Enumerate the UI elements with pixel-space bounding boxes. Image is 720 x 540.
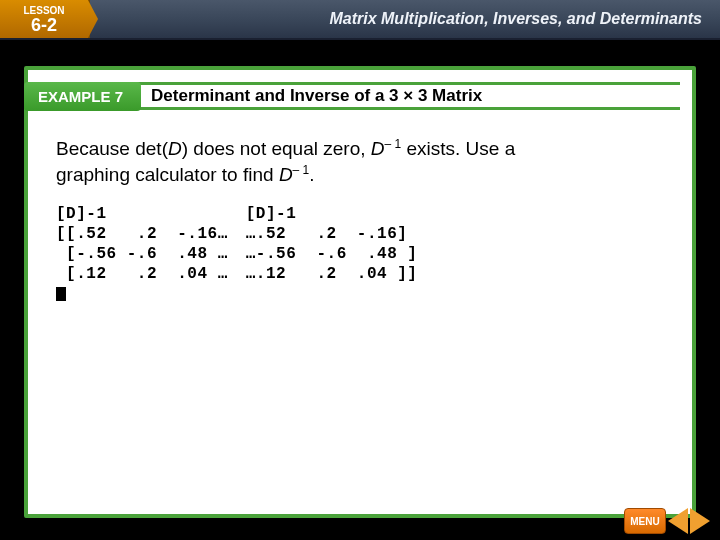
example-header: EXAMPLE 7 Determinant and Inverse of a 3… xyxy=(24,78,680,114)
text-seg: graphing calculator to find xyxy=(56,164,279,185)
next-arrow-icon[interactable] xyxy=(690,508,710,534)
lesson-number: 6-2 xyxy=(31,16,57,34)
lesson-label: LESSON xyxy=(23,5,64,16)
var-D: D xyxy=(168,138,182,159)
text-seg: exists. Use a xyxy=(401,138,515,159)
content-area: EXAMPLE 7 Determinant and Inverse of a 3… xyxy=(0,40,720,540)
nav-controls: MENU xyxy=(624,508,710,534)
var-D: D xyxy=(279,164,293,185)
example-title: Determinant and Inverse of a 3 × 3 Matri… xyxy=(135,82,680,110)
example-tag: EXAMPLE 7 xyxy=(24,82,141,111)
var-D: D xyxy=(371,138,385,159)
page-frame: EXAMPLE 7 Determinant and Inverse of a 3… xyxy=(24,66,696,518)
calc-screen-right: [D]-1 ….52 .2 -.16] …-.56 -.6 .48 ] ….12… xyxy=(246,204,418,302)
text-seg: . xyxy=(309,164,314,185)
menu-button[interactable]: MENU xyxy=(624,508,666,534)
chapter-title: Matrix Multiplication, Inverses, and Det… xyxy=(90,0,720,38)
calculator-screens: [D]-1 [[.52 .2 -.16… [-.56 -.6 .48 … [.1… xyxy=(28,196,692,310)
body-text: Because det(D) does not equal zero, D– 1… xyxy=(28,114,692,196)
cursor-icon xyxy=(56,287,66,301)
exponent: – 1 xyxy=(385,137,402,151)
top-bar: LESSON 6-2 Matrix Multiplication, Invers… xyxy=(0,0,720,40)
prev-arrow-icon[interactable] xyxy=(668,508,688,534)
lesson-badge: LESSON 6-2 xyxy=(0,0,90,38)
text-seg: Because det( xyxy=(56,138,168,159)
text-seg: ) does not equal zero, xyxy=(182,138,371,159)
calc-screen-left: [D]-1 [[.52 .2 -.16… [-.56 -.6 .48 … [.1… xyxy=(56,204,228,302)
calc-text-left: [D]-1 [[.52 .2 -.16… [-.56 -.6 .48 … [.1… xyxy=(56,204,228,284)
exponent: – 1 xyxy=(293,163,310,177)
